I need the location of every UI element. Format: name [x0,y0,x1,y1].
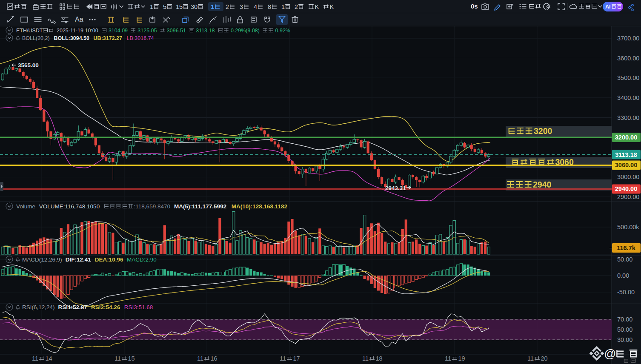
svg-text:30: 30 [191,3,197,10]
svg-text:15: 15 [128,355,135,362]
svg-text:@: @ [604,347,616,360]
svg-text:5: 5 [163,3,166,10]
svg-text:2940.00: 2940.00 [615,185,637,192]
svg-text:50.00: 50.00 [617,256,632,263]
svg-text:0.29%(9.08): 0.29%(9.08) [231,28,260,34]
svg-text:DIF:12.41: DIF:12.41 [66,256,92,263]
svg-text:Volume: Volume [16,203,35,210]
svg-text:3113.18: 3113.18 [615,151,637,158]
svg-text:14: 14 [46,355,52,362]
svg-text:1: 1 [281,3,285,10]
svg-text:RSI3:51.68: RSI3:51.68 [124,304,153,310]
svg-text:3113.18: 3113.18 [196,28,215,34]
svg-text:3600.00: 3600.00 [617,55,639,62]
svg-text:15: 15 [176,3,183,10]
svg-text:BOLL(20,2): BOLL(20,2) [22,35,50,41]
svg-text:8: 8 [268,3,271,10]
svg-text:3700.00: 3700.00 [617,35,639,42]
svg-text:3: 3 [240,3,243,10]
svg-text:17: 17 [293,355,300,362]
svg-text:3060.00: 3060.00 [615,162,637,168]
svg-text:3060: 3060 [555,157,574,167]
svg-text:RSI1:52.87: RSI1:52.87 [58,304,87,310]
svg-text:0.00: 0.00 [617,272,629,279]
svg-text:1: 1 [211,3,214,10]
svg-text:30.00: 30.00 [617,336,632,343]
svg-text:MA(5):111,177.5992: MA(5):111,177.5992 [174,203,226,210]
svg-text:BOLL:3094.50: BOLL:3094.50 [54,35,89,41]
svg-text:500.00k: 500.00k [617,224,639,230]
svg-text:11: 11 [114,355,121,362]
svg-text:3104.09: 3104.09 [109,28,128,34]
svg-text:-50.00: -50.00 [617,289,635,296]
svg-text:4: 4 [254,3,257,10]
svg-text:ETH/USDT: ETH/USDT [16,28,43,34]
svg-text:MA(10):128,168.1182: MA(10):128,168.1182 [232,203,287,210]
svg-text:LB:3016.74: LB:3016.74 [127,35,154,41]
svg-text:3200.00: 3200.00 [615,134,637,141]
svg-text:RSI(6,12,24): RSI(6,12,24) [22,304,55,310]
svg-text:1: 1 [150,3,153,10]
svg-text:MACD(12,26,9): MACD(12,26,9) [22,256,62,263]
svg-text:20: 20 [541,355,548,362]
svg-text:3565.00: 3565.00 [18,62,39,68]
svg-text:3125.05: 3125.05 [137,28,157,34]
svg-text:3200: 3200 [534,126,552,136]
svg-text:3000.00: 3000.00 [617,173,639,180]
svg-text:3096.51: 3096.51 [167,28,186,34]
svg-text:50.00: 50.00 [617,326,632,333]
svg-text:UB:3172.27: UB:3172.27 [94,35,122,41]
svg-text:K: K [315,3,319,10]
svg-text:0.92%: 0.92% [275,28,290,34]
svg-text:70.00: 70.00 [617,316,632,323]
svg-text:11: 11 [527,355,534,362]
svg-text:16: 16 [211,355,217,362]
svg-text:K: K [329,3,334,10]
svg-text:18: 18 [376,355,383,362]
svg-text:MACD:2.90: MACD:2.90 [127,256,157,263]
svg-text:DEA:10.96: DEA:10.96 [95,256,123,263]
svg-text:VOLUME:116,748.1050: VOLUME:116,748.1050 [39,203,100,210]
svg-text:2: 2 [226,3,229,10]
svg-text:11: 11 [197,355,203,362]
svg-text:3300.00: 3300.00 [617,114,639,121]
svg-text:11: 11 [445,355,451,362]
svg-text:116.7k: 116.7k [617,245,635,251]
svg-text:2: 2 [295,3,298,10]
svg-text:0s: 0s [471,3,478,10]
svg-text:RSI2:54.26: RSI2:54.26 [91,304,120,310]
svg-text:11: 11 [32,355,38,362]
svg-text:2900.00: 2900.00 [617,193,639,200]
svg-text:19: 19 [458,355,465,362]
svg-text:3400.00: 3400.00 [617,94,639,101]
svg-text:2940: 2940 [533,180,552,189]
svg-text:AI: AI [605,4,611,10]
svg-text:2943.31: 2943.31 [385,185,406,191]
svg-text:2025-11-19 10:00: 2025-11-19 10:00 [57,28,98,34]
svg-text:11: 11 [280,355,286,362]
svg-text:11: 11 [362,355,369,362]
svg-text::118,659.8470: :118,659.8470 [134,203,170,210]
svg-text:Aa: Aa [75,16,83,23]
svg-text:3500.00: 3500.00 [617,74,639,81]
